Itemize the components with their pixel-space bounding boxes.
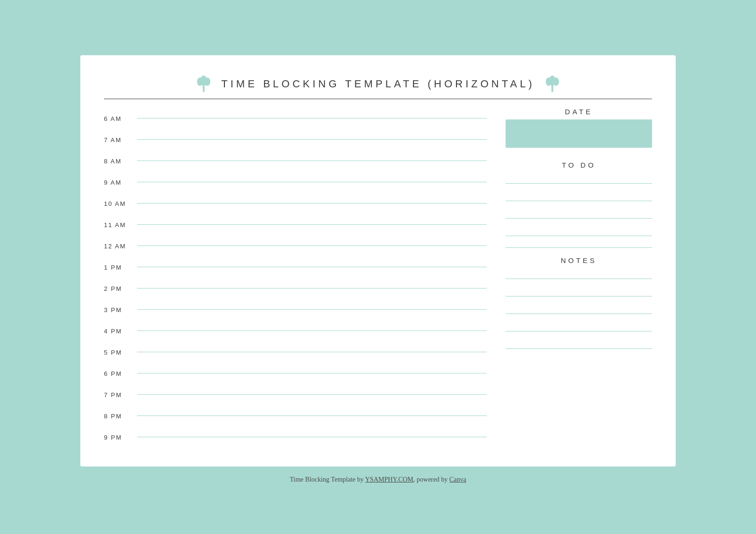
- header-divider: [104, 99, 652, 99]
- time-label: 2 PM: [104, 284, 137, 292]
- time-row: 5 PM: [104, 341, 487, 363]
- time-row: 7 PM: [104, 384, 487, 405]
- time-line: [137, 437, 487, 437]
- notes-line: [506, 348, 652, 349]
- time-line: [137, 394, 487, 395]
- time-label: 12 AM: [104, 242, 137, 250]
- time-line: [137, 373, 487, 373]
- todo-notes-divider: [506, 247, 652, 248]
- time-label: 7 PM: [104, 390, 137, 398]
- main-title: TIME BLOCKING TEMPLATE (HORIZONTAL): [221, 78, 535, 90]
- time-label: 11 AM: [104, 220, 137, 229]
- time-row: 6 PM: [104, 363, 487, 384]
- time-row: 9 PM: [104, 426, 487, 448]
- time-label: 6 AM: [104, 114, 137, 122]
- todo-line: [506, 183, 652, 184]
- time-line: [137, 415, 487, 416]
- time-row: 8 AM: [104, 150, 487, 171]
- svg-rect-3: [203, 85, 205, 92]
- todo-line: [506, 236, 652, 236]
- main-layout: 6 AM7 AM8 AM9 AM10 AM11 AM12 AM1 PM2 PM3…: [104, 108, 652, 448]
- time-line: [137, 309, 487, 310]
- notes-line: [506, 279, 652, 279]
- svg-point-6: [553, 77, 559, 86]
- time-line: [137, 267, 487, 267]
- time-line: [137, 182, 487, 182]
- svg-point-2: [205, 77, 210, 86]
- svg-point-1: [197, 77, 203, 86]
- time-label: 5 PM: [104, 348, 137, 356]
- todo-line: [506, 218, 652, 219]
- time-line: [137, 331, 487, 331]
- schedule-section: 6 AM7 AM8 AM9 AM10 AM11 AM12 AM1 PM2 PM3…: [104, 108, 487, 448]
- notes-line: [506, 331, 652, 331]
- time-label: 4 PM: [104, 327, 137, 335]
- footer-link-ysamphy[interactable]: YSAMPHY.COM: [365, 476, 413, 483]
- page-container: TIME BLOCKING TEMPLATE (HORIZONTAL) 6 AM…: [80, 55, 676, 466]
- time-label: 10 AM: [104, 199, 137, 207]
- footer-text-before: Time Blocking Template by: [290, 476, 365, 483]
- time-line: [137, 246, 487, 246]
- notes-line: [506, 296, 652, 297]
- time-row: 9 AM: [104, 171, 487, 193]
- tulip-left-icon: [195, 74, 213, 94]
- todo-section: TO DO: [506, 161, 652, 245]
- time-label: 1 PM: [104, 263, 137, 271]
- time-row: 6 AM: [104, 108, 487, 129]
- footer-text-between: , powered by: [413, 476, 449, 483]
- time-line: [137, 161, 487, 161]
- todo-lines: [506, 175, 652, 245]
- date-section: DATE: [506, 108, 652, 161]
- time-line: [137, 352, 487, 352]
- header: TIME BLOCKING TEMPLATE (HORIZONTAL): [104, 74, 652, 94]
- time-label: 7 AM: [104, 136, 137, 144]
- date-box[interactable]: [506, 119, 652, 148]
- time-row: 1 PM: [104, 256, 487, 278]
- tulip-right-icon: [543, 74, 561, 94]
- svg-point-5: [546, 77, 551, 86]
- time-line: [137, 203, 487, 203]
- svg-rect-7: [551, 85, 553, 92]
- time-row: 7 AM: [104, 129, 487, 150]
- notes-label: NOTES: [506, 256, 652, 264]
- notes-lines: [506, 270, 652, 357]
- date-label: DATE: [506, 108, 652, 116]
- time-label: 9 AM: [104, 178, 137, 186]
- time-row: 4 PM: [104, 320, 487, 341]
- time-label: 3 PM: [104, 305, 137, 314]
- time-row: 10 AM: [104, 193, 487, 214]
- time-row: 11 AM: [104, 214, 487, 235]
- notes-section: NOTES: [506, 256, 652, 357]
- time-label: 8 AM: [104, 157, 137, 165]
- footer: Time Blocking Template by YSAMPHY.COM, p…: [290, 476, 466, 483]
- time-row: 12 AM: [104, 235, 487, 256]
- time-row: 3 PM: [104, 299, 487, 320]
- time-line: [137, 224, 487, 225]
- todo-line: [506, 201, 652, 201]
- footer-link-canva[interactable]: Canva: [449, 476, 466, 483]
- time-line: [137, 118, 487, 119]
- time-line: [137, 288, 487, 288]
- time-row: 2 PM: [104, 278, 487, 299]
- time-line: [137, 139, 487, 140]
- time-row: 8 PM: [104, 405, 487, 426]
- sidebar-section: DATE TO DO NOTES: [506, 108, 652, 448]
- time-label: 6 PM: [104, 369, 137, 377]
- todo-label: TO DO: [506, 161, 652, 169]
- time-label: 9 PM: [104, 433, 137, 441]
- time-label: 8 PM: [104, 412, 137, 420]
- notes-line: [506, 314, 652, 314]
